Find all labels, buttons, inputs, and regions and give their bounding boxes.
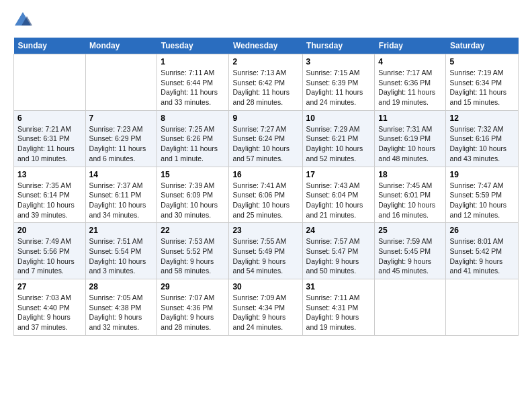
cell-content: Sunrise: 7:39 AM Sunset: 6:09 PM Dayligh…: [161, 181, 225, 220]
day-number: 17: [306, 170, 371, 179]
cell-content: Sunrise: 7:03 AM Sunset: 4:40 PM Dayligh…: [17, 293, 82, 332]
header: [13, 11, 519, 30]
cell-content: Sunrise: 7:05 AM Sunset: 4:38 PM Dayligh…: [89, 293, 154, 332]
calendar-cell: 25Sunrise: 7:59 AM Sunset: 5:45 PM Dayli…: [375, 223, 446, 279]
calendar-cell: 23Sunrise: 7:55 AM Sunset: 5:49 PM Dayli…: [229, 223, 302, 279]
cell-content: Sunrise: 7:35 AM Sunset: 6:14 PM Dayligh…: [17, 181, 82, 220]
calendar-cell: 22Sunrise: 7:53 AM Sunset: 5:52 PM Dayli…: [157, 223, 229, 279]
day-number: 29: [161, 282, 225, 291]
calendar-cell: 2Sunrise: 7:13 AM Sunset: 6:42 PM Daylig…: [229, 54, 302, 111]
cell-content: Sunrise: 7:15 AM Sunset: 6:39 PM Dayligh…: [306, 68, 371, 107]
week-row-1: 1Sunrise: 7:11 AM Sunset: 6:44 PM Daylig…: [14, 54, 519, 111]
day-number: 20: [17, 226, 82, 235]
header-row: SundayMondayTuesdayWednesdayThursdayFrid…: [14, 38, 519, 54]
cell-content: Sunrise: 8:01 AM Sunset: 5:42 PM Dayligh…: [449, 236, 515, 276]
calendar-cell: 21Sunrise: 7:51 AM Sunset: 5:54 PM Dayli…: [85, 223, 157, 279]
calendar-cell: 18Sunrise: 7:45 AM Sunset: 6:01 PM Dayli…: [375, 167, 446, 223]
cell-content: Sunrise: 7:32 AM Sunset: 6:16 PM Dayligh…: [449, 124, 515, 164]
day-number: 27: [17, 282, 82, 291]
calendar-cell: 5Sunrise: 7:19 AM Sunset: 6:34 PM Daylig…: [446, 54, 519, 111]
day-number: 1: [161, 57, 225, 66]
cell-content: Sunrise: 7:59 AM Sunset: 5:45 PM Dayligh…: [378, 236, 442, 276]
cell-content: Sunrise: 7:17 AM Sunset: 6:36 PM Dayligh…: [378, 68, 442, 107]
day-number: 11: [378, 113, 442, 123]
day-number: 3: [306, 57, 371, 66]
col-header-friday: Friday: [375, 38, 446, 54]
calendar-cell: 3Sunrise: 7:15 AM Sunset: 6:39 PM Daylig…: [302, 54, 375, 111]
cell-content: Sunrise: 7:13 AM Sunset: 6:42 PM Dayligh…: [232, 68, 298, 107]
cell-content: Sunrise: 7:07 AM Sunset: 4:36 PM Dayligh…: [161, 293, 225, 332]
cell-content: Sunrise: 7:37 AM Sunset: 6:11 PM Dayligh…: [89, 181, 154, 220]
cell-content: Sunrise: 7:53 AM Sunset: 5:52 PM Dayligh…: [161, 236, 225, 276]
cell-content: Sunrise: 7:31 AM Sunset: 6:19 PM Dayligh…: [378, 124, 442, 164]
cell-content: Sunrise: 7:27 AM Sunset: 6:24 PM Dayligh…: [232, 124, 298, 164]
calendar-cell: 20Sunrise: 7:49 AM Sunset: 5:56 PM Dayli…: [14, 223, 86, 279]
calendar-cell: 10Sunrise: 7:29 AM Sunset: 6:21 PM Dayli…: [302, 110, 375, 167]
day-number: 26: [449, 226, 515, 235]
calendar-cell: 15Sunrise: 7:39 AM Sunset: 6:09 PM Dayli…: [157, 167, 229, 223]
cell-content: Sunrise: 7:09 AM Sunset: 4:34 PM Dayligh…: [232, 293, 298, 332]
cell-content: Sunrise: 7:19 AM Sunset: 6:34 PM Dayligh…: [449, 68, 515, 107]
logo-icon: [13, 11, 32, 30]
calendar-cell: [375, 279, 446, 336]
calendar-cell: 26Sunrise: 8:01 AM Sunset: 5:42 PM Dayli…: [446, 223, 519, 279]
calendar-cell: 8Sunrise: 7:25 AM Sunset: 6:26 PM Daylig…: [157, 110, 229, 167]
day-number: 31: [306, 282, 371, 291]
calendar-cell: 7Sunrise: 7:23 AM Sunset: 6:29 PM Daylig…: [85, 110, 157, 167]
week-row-4: 20Sunrise: 7:49 AM Sunset: 5:56 PM Dayli…: [14, 223, 519, 279]
calendar-cell: 4Sunrise: 7:17 AM Sunset: 6:36 PM Daylig…: [375, 54, 446, 111]
calendar-cell: 17Sunrise: 7:43 AM Sunset: 6:04 PM Dayli…: [302, 167, 375, 223]
logo: [13, 11, 35, 30]
cell-content: Sunrise: 7:43 AM Sunset: 6:04 PM Dayligh…: [306, 181, 371, 220]
cell-content: Sunrise: 7:51 AM Sunset: 5:54 PM Dayligh…: [89, 236, 154, 276]
calendar-cell: 28Sunrise: 7:05 AM Sunset: 4:38 PM Dayli…: [85, 279, 157, 336]
calendar-cell: 12Sunrise: 7:32 AM Sunset: 6:16 PM Dayli…: [446, 110, 519, 167]
calendar-cell: [85, 54, 157, 111]
day-number: 13: [17, 170, 82, 179]
calendar-page: SundayMondayTuesdayWednesdayThursdayFrid…: [0, 0, 532, 342]
calendar-cell: [446, 279, 519, 336]
cell-content: Sunrise: 7:25 AM Sunset: 6:26 PM Dayligh…: [161, 124, 225, 164]
calendar-cell: 6Sunrise: 7:21 AM Sunset: 6:31 PM Daylig…: [14, 110, 86, 167]
calendar-cell: 11Sunrise: 7:31 AM Sunset: 6:19 PM Dayli…: [375, 110, 446, 167]
cell-content: Sunrise: 7:11 AM Sunset: 4:31 PM Dayligh…: [306, 293, 371, 332]
cell-content: Sunrise: 7:49 AM Sunset: 5:56 PM Dayligh…: [17, 236, 82, 276]
calendar-cell: 16Sunrise: 7:41 AM Sunset: 6:06 PM Dayli…: [229, 167, 302, 223]
week-row-2: 6Sunrise: 7:21 AM Sunset: 6:31 PM Daylig…: [14, 110, 519, 167]
calendar-cell: 24Sunrise: 7:57 AM Sunset: 5:47 PM Dayli…: [302, 223, 375, 279]
week-row-3: 13Sunrise: 7:35 AM Sunset: 6:14 PM Dayli…: [14, 167, 519, 223]
calendar-cell: 9Sunrise: 7:27 AM Sunset: 6:24 PM Daylig…: [229, 110, 302, 167]
day-number: 23: [232, 226, 298, 235]
day-number: 6: [17, 113, 82, 123]
day-number: 10: [306, 113, 371, 123]
day-number: 8: [161, 113, 225, 123]
day-number: 24: [306, 226, 371, 235]
day-number: 28: [89, 282, 154, 291]
week-row-5: 27Sunrise: 7:03 AM Sunset: 4:40 PM Dayli…: [14, 279, 519, 336]
cell-content: Sunrise: 7:47 AM Sunset: 5:59 PM Dayligh…: [449, 181, 515, 220]
day-number: 18: [378, 170, 442, 179]
calendar-cell: 14Sunrise: 7:37 AM Sunset: 6:11 PM Dayli…: [85, 167, 157, 223]
day-number: 15: [161, 170, 225, 179]
cell-content: Sunrise: 7:55 AM Sunset: 5:49 PM Dayligh…: [232, 236, 298, 276]
calendar-cell: 29Sunrise: 7:07 AM Sunset: 4:36 PM Dayli…: [157, 279, 229, 336]
col-header-sunday: Sunday: [14, 38, 86, 54]
day-number: 2: [232, 57, 298, 66]
day-number: 12: [449, 113, 515, 123]
cell-content: Sunrise: 7:11 AM Sunset: 6:44 PM Dayligh…: [161, 68, 225, 107]
day-number: 19: [449, 170, 515, 179]
calendar-cell: 13Sunrise: 7:35 AM Sunset: 6:14 PM Dayli…: [14, 167, 86, 223]
col-header-thursday: Thursday: [302, 38, 375, 54]
cell-content: Sunrise: 7:29 AM Sunset: 6:21 PM Dayligh…: [306, 124, 371, 164]
calendar-cell: [14, 54, 86, 111]
calendar-cell: 19Sunrise: 7:47 AM Sunset: 5:59 PM Dayli…: [446, 167, 519, 223]
cell-content: Sunrise: 7:41 AM Sunset: 6:06 PM Dayligh…: [232, 181, 298, 220]
col-header-wednesday: Wednesday: [229, 38, 302, 54]
day-number: 21: [89, 226, 154, 235]
day-number: 16: [232, 170, 298, 179]
calendar-cell: 31Sunrise: 7:11 AM Sunset: 4:31 PM Dayli…: [302, 279, 375, 336]
col-header-tuesday: Tuesday: [157, 38, 229, 54]
col-header-monday: Monday: [85, 38, 157, 54]
day-number: 14: [89, 170, 154, 179]
cell-content: Sunrise: 7:21 AM Sunset: 6:31 PM Dayligh…: [17, 124, 82, 164]
